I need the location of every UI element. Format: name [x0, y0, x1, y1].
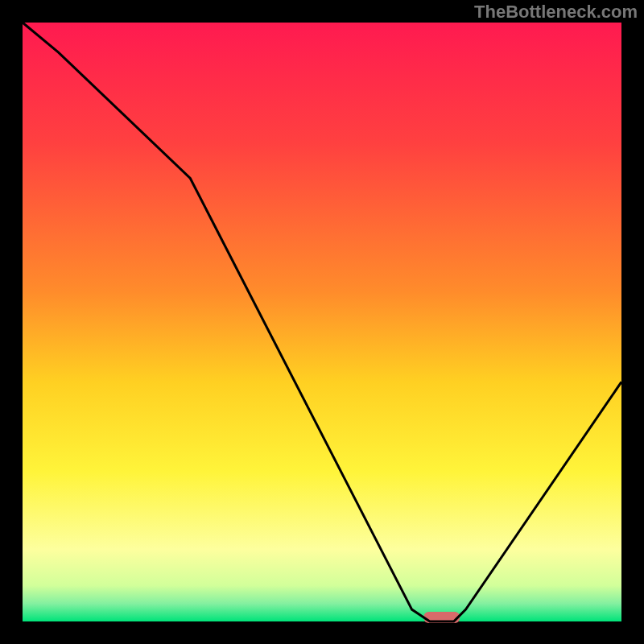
watermark-text: TheBottleneck.com — [474, 2, 638, 23]
plot-background — [23, 23, 621, 621]
chart-container: TheBottleneck.com — [0, 0, 644, 644]
chart-svg — [0, 0, 644, 644]
